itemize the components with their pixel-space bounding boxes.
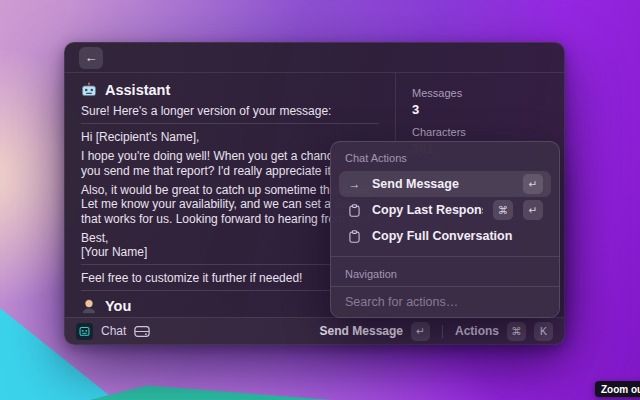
user-title: You [105, 298, 131, 314]
status-bar: Chat Send Message ↵ Actions ⌘ K [65, 317, 564, 344]
messages-label: Messages [412, 87, 548, 99]
clipboard-icon [347, 230, 362, 243]
clipboard-icon [347, 204, 362, 217]
back-button[interactable]: ← [79, 47, 103, 69]
actions-menu-button[interactable]: Actions [455, 324, 499, 338]
chat-extension-icon [76, 323, 93, 340]
message-divider [81, 123, 379, 124]
display-mode-icon[interactable] [134, 325, 150, 338]
zoom-tooltip: Zoom out on [595, 381, 640, 397]
robot-emoji-icon [81, 82, 97, 98]
arrow-right-icon: → [347, 177, 362, 191]
assistant-paragraph: Sure! Here's a longer version of your me… [81, 104, 379, 119]
desktop: ← Assistant Sure! Here's a longer vers [0, 0, 640, 400]
person-emoji-icon [81, 298, 97, 314]
assistant-title: Assistant [105, 82, 170, 98]
actions-search-input[interactable] [345, 295, 545, 309]
cmd-key-badge: ⌘ [493, 200, 513, 220]
assistant-message-header: Assistant [81, 81, 379, 99]
extension-name: Chat [101, 324, 126, 338]
section-navigation: Navigation [345, 268, 545, 280]
return-key-badge: ↵ [523, 174, 543, 194]
status-bar-divider [442, 325, 443, 338]
window-header: ← [65, 43, 564, 73]
messages-value: 3 [412, 102, 548, 117]
section-chat-actions: Chat Actions [345, 152, 545, 164]
action-send-message[interactable]: → Send Message ↵ [339, 171, 551, 197]
action-copy-full-conversation[interactable]: Copy Full Conversation [339, 223, 551, 249]
action-copy-last-response[interactable]: Copy Last Response ⌘ ↵ [339, 197, 551, 223]
actions-popover: Chat Actions → Send Message ↵ Copy Last … [330, 141, 560, 318]
actions-search-bar [331, 286, 559, 317]
return-key-badge: ↵ [523, 200, 543, 220]
send-message-action[interactable]: Send Message [320, 324, 403, 338]
k-key-badge: K [534, 322, 553, 341]
actions-list: Chat Actions → Send Message ↵ Copy Last … [331, 142, 559, 286]
return-key-badge: ↵ [411, 322, 430, 341]
cmd-key-badge: ⌘ [507, 322, 526, 341]
characters-label: Characters [412, 126, 548, 138]
panel-divider [331, 256, 559, 257]
